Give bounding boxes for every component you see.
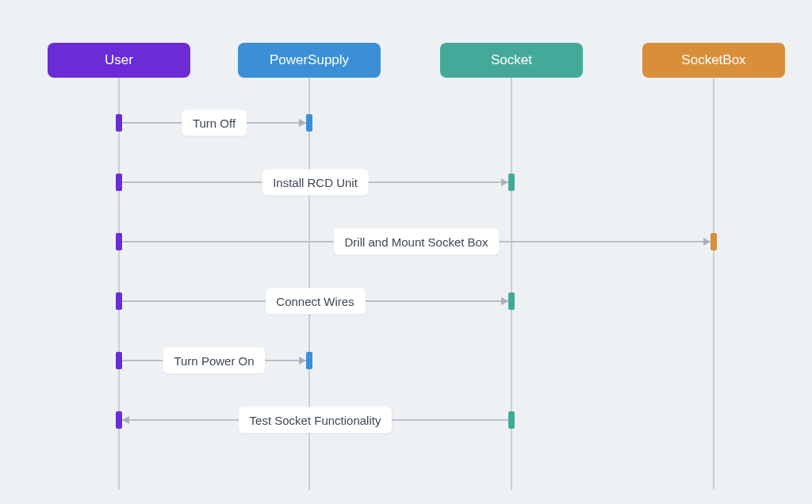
arrowhead-icon <box>501 178 508 186</box>
activation-user <box>116 114 122 132</box>
activation-user <box>116 174 122 191</box>
message-label: Turn Power On <box>163 348 265 374</box>
lifeline-socketbox <box>713 78 714 490</box>
activation-user <box>116 233 122 250</box>
participant-socket: Socket <box>440 43 583 78</box>
message-label: Install RCD Unit <box>262 170 369 196</box>
activation-powersupply <box>306 352 312 369</box>
arrowhead-icon <box>501 297 508 305</box>
participant-socketbox: SocketBox <box>642 43 785 78</box>
arrowhead-icon <box>703 238 710 246</box>
sequence-diagram: UserPowerSupplySocketSocketBoxTurn OffIn… <box>0 0 812 504</box>
activation-socketbox <box>710 233 717 250</box>
activation-socket <box>508 411 515 429</box>
activation-socket <box>508 174 515 191</box>
activation-powersupply <box>306 114 312 132</box>
participant-label: User <box>105 52 133 68</box>
arrowhead-icon <box>299 119 306 127</box>
message-label: Drill and Mount Socket Box <box>334 229 500 255</box>
arrowhead-icon <box>299 357 306 365</box>
participant-label: PowerSupply <box>270 52 349 68</box>
activation-socket <box>508 292 515 310</box>
message-label: Connect Wires <box>265 288 365 315</box>
message-label: Test Socket Functionality <box>239 407 393 433</box>
participant-label: SocketBox <box>681 52 745 68</box>
participant-label: Socket <box>491 52 532 68</box>
activation-user <box>116 292 122 310</box>
activation-user <box>116 352 122 369</box>
arrowhead-icon <box>122 416 129 424</box>
activation-user <box>116 411 122 429</box>
participant-powersupply: PowerSupply <box>238 43 381 78</box>
message-label: Turn Off <box>182 110 247 136</box>
participant-user: User <box>48 43 190 78</box>
